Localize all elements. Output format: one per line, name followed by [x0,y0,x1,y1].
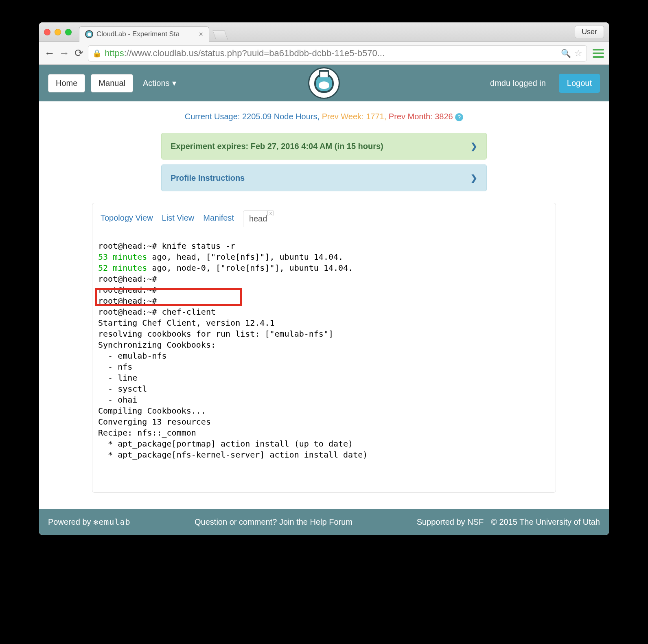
terminal-line: 52 minutes [98,263,147,273]
terminal-line: resolving cookbooks for run list: ["emul… [98,329,333,339]
terminal-line: root@head:~# knife status -r [98,241,235,251]
help-icon[interactable]: ? [455,113,463,121]
logged-in-text: dmdu logged in [490,79,546,88]
terminal-line: root@head:~# [98,296,157,306]
terminal-line: Starting Chef Client, version 12.4.1 [98,318,274,328]
terminal-line: * apt_package[nfs-kernel-server] action … [98,450,368,460]
supported-by: Supported by NSF [417,517,484,527]
reload-button[interactable]: ⟳ [73,47,85,59]
terminal-line: * apt_package[portmap] action install (u… [98,439,353,449]
minimize-window-button[interactable] [55,29,61,35]
terminal-line: Converging 13 resources [98,417,211,427]
address-bar[interactable]: 🔒 https://www.cloudlab.us/status.php?uui… [88,45,587,61]
lock-icon: 🔒 [92,49,101,58]
tab-list-view[interactable]: List View [162,213,195,227]
terminal-line: ago, node-0, ["role[nfs]"], ubuntu 14.04… [147,263,353,273]
search-icon[interactable]: 🔍 [561,48,571,58]
terminal-line: Compiling Cookbooks... [98,406,206,416]
tab-title: CloudLab - Experiment Sta [96,30,195,38]
help-forum-link[interactable]: Question or comment? Join the Help Forum [130,517,416,527]
back-button[interactable]: ← [44,47,55,59]
emulab-logo[interactable]: ✻emulab [93,517,130,527]
page-content: Current Usage: 2205.09 Node Hours, Prev … [39,101,609,509]
terminal-line: root@head:~# [98,274,157,284]
actions-label: Actions [143,79,170,88]
window-controls [44,29,72,35]
browser-toolbar: ← → ⟳ 🔒 https://www.cloudlab.us/status.p… [39,42,609,65]
expiry-text: Experiment expires: Feb 27, 2016 4:04 AM… [171,142,383,151]
site-footer: Powered by ✻emulab Question or comment? … [39,509,609,535]
terminal-line: - emulab-nfs [98,351,167,361]
forward-button[interactable]: → [59,47,70,59]
chevron-down-icon: ▾ [172,78,176,88]
bookmark-icon[interactable]: ☆ [574,48,582,59]
terminal-line: - sysctl [98,384,147,394]
tab-topology-view[interactable]: Topology View [101,213,153,227]
powered-by: Powered by ✻emulab [48,517,130,527]
terminal-output[interactable]: root@head:~# knife status -r 53 minutes … [92,227,556,482]
terminal-line: - line [98,373,137,383]
prev-month-usage: Prev Month: 3826 [389,112,453,121]
terminal-line: Recipe: nfs::_common [98,428,196,438]
logout-button[interactable]: Logout [559,74,600,93]
current-usage: Current Usage: 2205.09 Node Hours, [185,112,320,121]
terminal-line: root@head:~# chef-client [98,307,216,317]
browser-tab[interactable]: CloudLab - Experiment Sta × [79,26,209,42]
terminal-line: - nfs [98,362,132,372]
instructions-text: Profile Instructions [171,173,245,183]
close-window-button[interactable] [44,29,50,35]
home-button[interactable]: Home [48,74,85,92]
prev-week-usage: Prev Week: 1771, [322,112,387,121]
actions-dropdown[interactable]: Actions ▾ [143,78,176,88]
terminal-card: Topology View List View Manifest head x … [92,203,556,493]
terminal-line: root@head:~# [98,285,157,295]
manual-button[interactable]: Manual [91,74,133,92]
close-tab-icon[interactable]: × [199,30,203,39]
terminal-tabs: Topology View List View Manifest head x [92,210,556,227]
terminal-line: ago, head, ["role[nfs]"], ubuntu 14.04. [147,252,343,262]
profile-instructions-panel[interactable]: Profile Instructions ❯ [161,164,487,191]
terminal-line: 53 minutes [98,252,147,262]
site-header: Home Manual Actions ▾ dmdu logged in Log… [39,65,609,101]
flask-icon [314,73,334,93]
chevron-right-icon: ❯ [471,141,477,151]
site-logo[interactable] [308,67,340,99]
user-menu-button[interactable]: User [575,26,604,38]
usage-summary: Current Usage: 2205.09 Node Hours, Prev … [39,109,609,128]
chevron-right-icon: ❯ [471,173,477,183]
maximize-window-button[interactable] [65,29,72,35]
url-text: https://www.cloudlab.us/status.php?uuid=… [105,48,558,59]
window-tabbar: CloudLab - Experiment Sta × User [39,22,609,42]
tab-head[interactable]: head x [243,210,274,227]
close-tab-icon[interactable]: x [267,210,274,216]
new-tab-button[interactable] [212,30,228,40]
browser-window: CloudLab - Experiment Sta × User ← → ⟳ 🔒… [39,22,609,535]
favicon-icon [85,30,93,38]
experiment-expiry-panel[interactable]: Experiment expires: Feb 27, 2016 4:04 AM… [161,133,487,160]
copyright: © 2015 The University of Utah [491,517,600,527]
tab-head-label: head [249,214,267,223]
terminal-line: Synchronizing Cookbooks: [98,340,216,350]
menu-icon[interactable] [593,49,604,58]
tab-manifest[interactable]: Manifest [203,213,234,227]
terminal-line: - ohai [98,395,137,405]
